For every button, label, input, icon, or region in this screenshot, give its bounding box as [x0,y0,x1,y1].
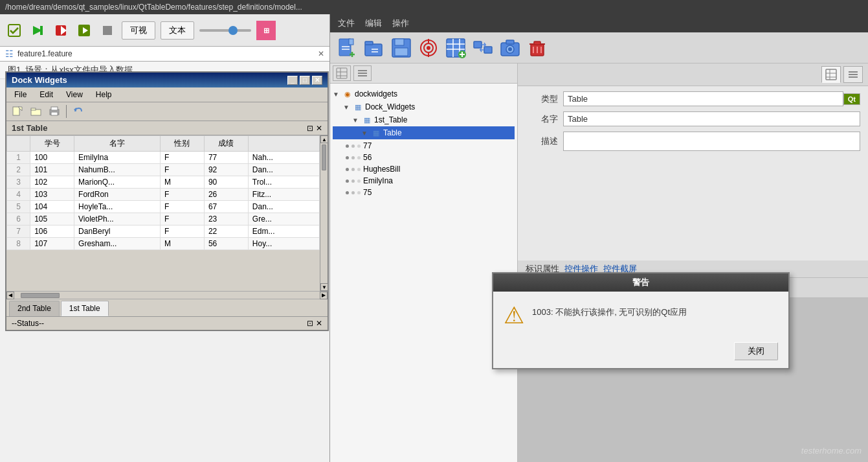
tree-item-table[interactable]: ▼ ▦ Table [333,126,515,139]
tab-1st-table[interactable]: 1st Table [61,301,109,316]
dock-new-btn[interactable] [10,104,26,119]
table-resize-icon[interactable]: ⊡ [307,124,313,133]
check-icon[interactable] [5,21,23,40]
status-bar: --Status-- ⊡ ✕ [6,316,328,330]
visible-btn[interactable]: 可视 [122,21,155,40]
scroll-up[interactable]: ▲ [320,135,328,143]
table-scrollbar[interactable]: ▲ ▼ [320,135,328,291]
stop-icon[interactable] [52,21,70,40]
tree-view-btn-1[interactable] [333,65,351,81]
tree-icon-dockwidgets: ◉ [342,89,353,99]
play-icon[interactable] [28,21,47,40]
slider-thumb[interactable] [228,26,238,35]
tab-2nd-table[interactable]: 2nd Table [9,301,60,316]
dot-icon-ei [346,179,349,183]
prop-name-value[interactable]: Table [563,111,860,126]
tree-leaf-75[interactable]: 75 [346,187,515,198]
rt-new-icon[interactable] [335,36,359,60]
rt-delete-icon[interactable] [526,36,549,60]
tree-item-dock-widgets[interactable]: ▼ ▦ Dock_Widgets [333,100,515,113]
tree-leaf-hughesbill[interactable]: HughesBill [346,164,515,174]
status-icon-2[interactable]: ✕ [316,319,322,328]
props-view-btn-2[interactable] [843,66,863,83]
scroll-down[interactable]: ▼ [320,283,328,291]
hscrollbar[interactable]: ◀ ▶ [6,291,328,299]
svg-rect-64 [826,69,836,80]
dialog-close-btn[interactable]: 关闭 [734,342,778,360]
cell-extra: Gre... [248,213,319,225]
cell-score: 26 [204,189,248,201]
feature-tab-close[interactable]: ✕ [318,49,324,58]
tree-leaf-emilyina[interactable]: EmilyIna [346,176,515,186]
table-row[interactable]: 4 103 FordRon F 26 Fitz... [7,189,320,201]
table-row[interactable]: 1 100 EmilyIna F 77 Nah... [7,152,320,164]
dot-icon-77b [351,144,355,148]
rmenu-edit[interactable]: 编辑 [365,17,382,29]
pink-special-icon[interactable]: ⊞ [256,21,276,40]
dot-icon-56b [351,156,355,159]
menu-edit[interactable]: Edit [37,89,56,100]
hscroll-left[interactable]: ◀ [6,292,14,299]
table-row[interactable]: 8 107 Gresham... M 56 Hoy... [7,238,320,250]
dock-print-btn[interactable] [47,104,62,119]
table-row[interactable]: 3 102 MarionQ... M 90 Trol... [7,176,320,189]
rt-table-icon[interactable] [444,36,467,60]
dot-icon-77c [357,144,361,148]
menu-file[interactable]: File [12,89,29,100]
prop-desc-value[interactable] [563,132,860,151]
dock-close-btn[interactable]: ✕ [312,76,322,85]
svg-rect-46 [484,47,492,53]
rmenu-action[interactable]: 操作 [392,17,409,29]
hscroll-right[interactable]: ▶ [320,292,328,299]
table-row[interactable]: 2 101 NahumB... F 92 Dan... [7,164,320,176]
menu-view[interactable]: View [63,89,85,100]
top-toolbar: 可视 文本 ⊞ [0,14,329,47]
tree-leaf-56[interactable]: 56 [346,152,515,163]
dock-minimize-btn[interactable]: _ [287,76,298,85]
table-row[interactable]: 5 104 HoyleTa... F 67 Dan... [7,201,320,213]
tree-leaf-77[interactable]: 77 [346,141,515,151]
status-icon-1[interactable]: ⊡ [307,319,313,328]
col-extra [248,136,319,152]
tree-item-dockwidgets[interactable]: ▼ ◉ dockwidgets [333,87,515,100]
rmenu-file[interactable]: 文件 [338,17,355,29]
tree-item-1st-table[interactable]: ▼ ▦ 1st_Table [333,113,515,126]
dot-icon-hb3 [357,168,361,171]
svg-rect-31 [395,48,408,56]
record-icon[interactable] [75,21,93,40]
table-row[interactable]: 6 105 VioletPh... F 23 Gre... [7,213,320,225]
cell-id: 102 [30,176,74,189]
tree-label-dockwidgets: dockwidgets [355,89,397,98]
rt-camera-icon[interactable] [498,36,522,60]
rt-target-icon[interactable] [417,36,440,60]
text-btn[interactable]: 文本 [161,21,194,40]
props-view-btn-1[interactable] [821,66,841,83]
cell-extra: Nah... [248,152,319,164]
rt-swap-icon[interactable] [471,36,495,60]
feature-tab[interactable]: ☷ feature1.feature ✕ [0,47,329,62]
cell-gender: F [160,201,204,213]
hscroll-thumb[interactable] [21,293,60,298]
dock-open-btn[interactable] [28,104,44,119]
rt-open-icon[interactable] [362,36,386,60]
table-row[interactable]: 7 106 DanBeryl F 22 Edm... [7,225,320,238]
cell-extra: Hoy... [248,238,319,250]
svg-rect-2 [40,26,43,35]
dot-icon-ei3 [357,179,361,183]
tree-view-btn-2[interactable] [353,65,372,81]
right-topmenu: 文件 编辑 操作 [330,14,868,32]
cell-name: NahumB... [74,164,161,176]
scrollbar-thumb[interactable] [322,144,326,170]
square-icon[interactable] [98,21,117,40]
warning-icon: ⚠ [504,302,524,329]
rt-save-icon[interactable] [390,36,413,60]
dot-icon-75 [346,191,349,194]
dock-undo-btn[interactable] [71,104,86,119]
tree-arrow-table: ▼ [361,130,369,137]
dock-maximize-btn[interactable]: □ [300,76,310,85]
cell-name: VioletPh... [74,213,161,225]
table-close-icon[interactable]: ✕ [316,124,322,133]
leaf-label-75: 75 [363,188,372,197]
dialog-title: 警告 [632,277,649,287]
menu-help[interactable]: Help [93,89,115,100]
